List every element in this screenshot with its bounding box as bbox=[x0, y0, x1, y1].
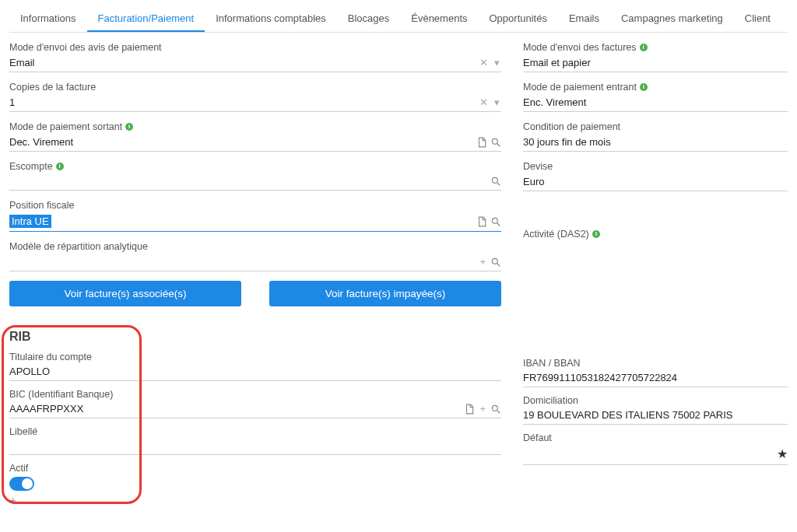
field-domiciliation: Domiciliation 19 BOULEVARD DES ITALIENS … bbox=[523, 395, 788, 425]
star-icon[interactable]: ★ bbox=[777, 446, 788, 461]
field-escompte: Escompte i bbox=[9, 161, 501, 191]
svg-line-9 bbox=[497, 410, 500, 413]
label-copies-facture: Copies de la facture bbox=[9, 82, 96, 93]
plus-icon[interactable]: + bbox=[478, 256, 487, 268]
field-iban: IBAN / BBAN FR7699111053182427705722824 bbox=[523, 358, 788, 387]
tab-campagnes-marketing[interactable]: Campagnes marketing bbox=[610, 6, 734, 32]
svg-line-3 bbox=[497, 183, 500, 186]
field-mode-paiement-sortant: Mode de paiement sortant i Dec. Virement bbox=[9, 121, 501, 152]
chevron-down-icon[interactable]: ▾ bbox=[493, 96, 501, 108]
info-icon[interactable]: i bbox=[640, 44, 648, 51]
tab-opportunites[interactable]: Opportunités bbox=[479, 6, 558, 32]
info-icon[interactable]: i bbox=[125, 123, 133, 131]
clear-icon[interactable]: ✕ bbox=[478, 96, 490, 108]
label-escompte: Escompte bbox=[9, 161, 53, 172]
tab-client[interactable]: Client bbox=[734, 6, 781, 32]
voir-factures-associees-button[interactable]: Voir facture(s) associée(s) bbox=[9, 281, 241, 306]
tab-facturation-paiement[interactable]: Facturation/Paiement bbox=[87, 6, 205, 32]
label-mode-paiement-entrant: Mode de paiement entrant bbox=[523, 82, 637, 93]
search-icon[interactable] bbox=[490, 176, 501, 187]
field-modele-repartition: Modèle de répartition analytique + bbox=[9, 241, 501, 271]
svg-point-2 bbox=[492, 177, 497, 183]
field-libelle: Libellé bbox=[9, 426, 501, 455]
chevron-down-icon[interactable]: ▾ bbox=[493, 57, 501, 68]
label-defaut: Défaut bbox=[523, 432, 552, 443]
field-position-fiscale: Position fiscale Intra UE bbox=[9, 200, 501, 232]
value-copies-facture[interactable]: 1 bbox=[9, 96, 478, 108]
field-titulaire-compte: Titulaire du compte APOLLO bbox=[9, 352, 501, 381]
tab-evenements[interactable]: Évènements bbox=[400, 6, 478, 32]
label-position-fiscale: Position fiscale bbox=[9, 200, 74, 211]
value-mode-envoi-factures[interactable]: Email et papier bbox=[523, 57, 788, 68]
label-devise: Devise bbox=[523, 161, 553, 172]
search-icon[interactable] bbox=[490, 257, 501, 268]
add-rib-icon[interactable]: + bbox=[9, 494, 501, 508]
search-icon[interactable] bbox=[490, 216, 501, 227]
value-mode-paiement-entrant[interactable]: Enc. Virement bbox=[523, 96, 788, 108]
document-icon[interactable] bbox=[476, 137, 487, 148]
label-actif: Actif bbox=[9, 463, 28, 474]
svg-point-0 bbox=[492, 138, 497, 144]
value-bic[interactable]: AAAAFRPPXXX bbox=[9, 403, 464, 415]
document-icon[interactable] bbox=[476, 216, 487, 227]
label-modele-repartition: Modèle de répartition analytique bbox=[9, 241, 148, 252]
info-icon[interactable]: i bbox=[592, 230, 600, 238]
value-condition-paiement[interactable]: 30 jours fin de mois bbox=[523, 136, 788, 148]
label-titulaire-compte: Titulaire du compte bbox=[9, 352, 92, 362]
svg-point-8 bbox=[492, 405, 497, 411]
info-icon[interactable]: i bbox=[640, 83, 648, 91]
search-icon[interactable] bbox=[490, 137, 501, 148]
plus-icon[interactable]: + bbox=[478, 403, 487, 415]
label-bic: BIC (Identifiant Banque) bbox=[9, 389, 113, 400]
label-domiciliation: Domiciliation bbox=[523, 395, 578, 406]
label-libelle: Libellé bbox=[9, 426, 37, 437]
field-copies-facture: Copies de la facture 1 ✕ ▾ bbox=[9, 82, 501, 112]
label-mode-envoi-factures: Mode d'envoi des factures bbox=[523, 42, 637, 53]
tab-blocages[interactable]: Blocages bbox=[337, 6, 400, 32]
label-mode-envoi-avis: Mode d'envoi des avis de paiement bbox=[9, 42, 162, 53]
voir-factures-impayees-button[interactable]: Voir facture(s) impayée(s) bbox=[269, 281, 501, 306]
label-mode-paiement-sortant: Mode de paiement sortant bbox=[9, 121, 122, 132]
value-position-fiscale[interactable]: Intra UE bbox=[9, 215, 51, 228]
label-condition-paiement: Condition de paiement bbox=[523, 121, 620, 132]
field-defaut: Défaut ★ bbox=[523, 432, 788, 465]
svg-line-7 bbox=[497, 263, 500, 266]
field-activite-das2: Activité (DAS2) i bbox=[523, 229, 788, 240]
svg-point-4 bbox=[492, 218, 497, 223]
value-domiciliation[interactable]: 19 BOULEVARD DES ITALIENS 75002 PARIS bbox=[523, 409, 788, 421]
value-mode-envoi-avis[interactable]: Email bbox=[9, 57, 478, 68]
label-activite-das2: Activité (DAS2) bbox=[523, 229, 589, 240]
svg-point-6 bbox=[492, 258, 497, 264]
value-iban[interactable]: FR7699111053182427705722824 bbox=[523, 372, 788, 383]
svg-line-1 bbox=[497, 143, 500, 146]
clear-icon[interactable]: ✕ bbox=[478, 57, 490, 68]
tab-informations[interactable]: Informations bbox=[9, 6, 87, 32]
field-mode-envoi-avis: Mode d'envoi des avis de paiement Email … bbox=[9, 42, 501, 72]
field-devise: Devise Euro bbox=[523, 161, 788, 191]
label-iban: IBAN / BBAN bbox=[523, 358, 581, 369]
tab-bar: Informations Facturation/Paiement Inform… bbox=[9, 6, 788, 33]
svg-line-5 bbox=[497, 222, 500, 226]
field-mode-paiement-entrant: Mode de paiement entrant i Enc. Virement bbox=[523, 82, 788, 112]
search-icon[interactable] bbox=[490, 404, 501, 415]
field-actif: Actif bbox=[9, 463, 501, 491]
field-condition-paiement: Condition de paiement 30 jours fin de mo… bbox=[523, 121, 788, 152]
actif-toggle[interactable] bbox=[9, 477, 34, 491]
field-mode-envoi-factures: Mode d'envoi des factures i Email et pap… bbox=[523, 42, 788, 72]
tab-emails[interactable]: Emails bbox=[558, 6, 610, 32]
value-titulaire-compte[interactable]: APOLLO bbox=[9, 366, 501, 377]
rib-title: RIB bbox=[9, 330, 501, 344]
field-bic: BIC (Identifiant Banque) AAAAFRPPXXX + bbox=[9, 389, 501, 418]
tab-informations-comptables[interactable]: Informations comptables bbox=[205, 6, 337, 32]
document-icon[interactable] bbox=[464, 404, 475, 415]
value-mode-paiement-sortant[interactable]: Dec. Virement bbox=[9, 136, 476, 148]
info-icon[interactable]: i bbox=[56, 163, 64, 170]
value-devise[interactable]: Euro bbox=[523, 176, 788, 187]
